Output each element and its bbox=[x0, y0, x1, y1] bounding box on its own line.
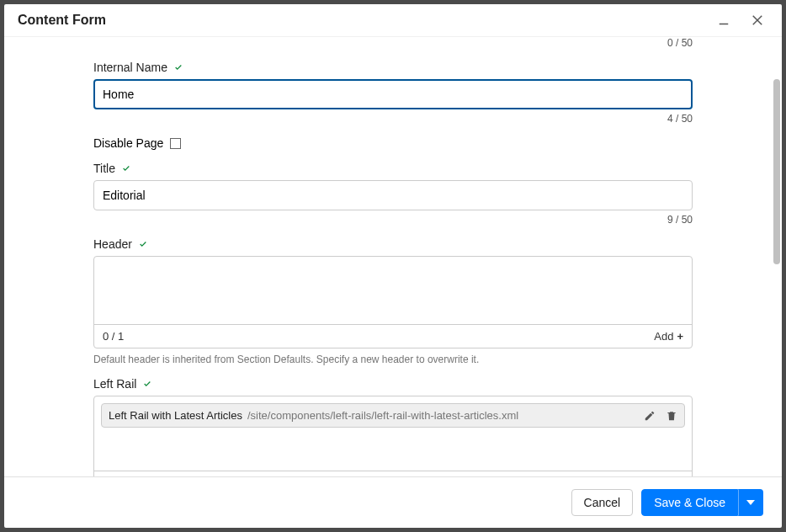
header-footer: 0 / 1 Add + bbox=[94, 324, 692, 348]
save-close-button[interactable]: Save & Close bbox=[641, 489, 738, 516]
internal-name-input[interactable] bbox=[93, 79, 693, 109]
form-panel: 0 / 50 Internal Name 4 / 50 Disable Page… bbox=[72, 37, 714, 476]
internal-name-label-text: Internal Name bbox=[93, 61, 167, 74]
check-icon bbox=[173, 63, 184, 72]
left-rail-label-text: Left Rail bbox=[93, 377, 136, 391]
header-drop-area[interactable] bbox=[94, 257, 692, 324]
scrollbar-thumb[interactable] bbox=[773, 79, 780, 264]
header-add-label: Add bbox=[654, 330, 673, 343]
left-rail-section: Left Rail Left Rail with Latest Articles… bbox=[93, 377, 693, 476]
internal-name-counter: 4 / 50 bbox=[93, 113, 693, 125]
check-icon bbox=[120, 164, 132, 173]
delete-icon[interactable] bbox=[666, 410, 677, 422]
disable-page-checkbox[interactable] bbox=[170, 138, 181, 149]
dialog-footer: Cancel Save & Close bbox=[4, 476, 782, 528]
internal-name-label: Internal Name bbox=[93, 61, 693, 74]
header-dropzone[interactable]: 0 / 1 Add + bbox=[93, 256, 693, 348]
title-label-text: Title bbox=[93, 162, 115, 175]
title-counter: 9 / 50 bbox=[93, 214, 693, 226]
title-label: Title bbox=[93, 162, 693, 175]
left-rail-dropzone[interactable]: Left Rail with Latest Articles /site/com… bbox=[93, 396, 693, 476]
save-button-group: Save & Close bbox=[641, 489, 763, 516]
left-rail-label: Left Rail bbox=[93, 377, 693, 391]
cancel-button[interactable]: Cancel bbox=[571, 489, 634, 516]
left-rail-item-actions bbox=[644, 410, 677, 422]
dialog-header: Content Form bbox=[4, 4, 782, 37]
header-add-button[interactable]: Add + bbox=[654, 330, 683, 343]
plus-icon: + bbox=[677, 330, 683, 343]
internal-name-field: Internal Name 4 / 50 bbox=[93, 61, 693, 125]
title-input[interactable] bbox=[93, 180, 693, 210]
left-rail-item-path: /site/components/left-rails/left-rail-wi… bbox=[247, 409, 518, 422]
header-label-text: Header bbox=[93, 237, 132, 251]
header-section: Header 0 / 1 Add + Default header is inh… bbox=[93, 237, 693, 365]
save-dropdown-button[interactable] bbox=[738, 489, 763, 516]
prev-field-counter: 0 / 50 bbox=[93, 37, 693, 49]
header-counter: 0 / 1 bbox=[103, 330, 124, 343]
header-helper-text: Default header is inherited from Section… bbox=[93, 354, 693, 365]
dialog-body[interactable]: 0 / 50 Internal Name 4 / 50 Disable Page… bbox=[4, 37, 782, 476]
left-rail-drop-area[interactable]: Left Rail with Latest Articles /site/com… bbox=[94, 403, 692, 471]
close-icon[interactable] bbox=[750, 13, 765, 28]
edit-icon[interactable] bbox=[644, 410, 656, 422]
disable-page-label: Disable Page bbox=[93, 136, 163, 150]
caret-down-icon bbox=[746, 500, 755, 505]
minimize-icon[interactable] bbox=[716, 13, 731, 28]
dialog-title: Content Form bbox=[18, 13, 106, 28]
check-icon bbox=[141, 380, 153, 388]
title-field: Title 9 / 50 bbox=[93, 162, 693, 226]
check-icon bbox=[137, 240, 149, 248]
left-rail-footer: 1 / 1 Add + bbox=[94, 471, 692, 476]
left-rail-item[interactable]: Left Rail with Latest Articles /site/com… bbox=[101, 403, 685, 428]
header-label: Header bbox=[93, 237, 693, 251]
content-form-dialog: Content Form 0 / 50 Internal Name 4 / 50 bbox=[4, 4, 782, 528]
disable-page-field: Disable Page bbox=[93, 136, 693, 150]
left-rail-item-name: Left Rail with Latest Articles bbox=[109, 409, 242, 422]
dialog-header-actions bbox=[716, 13, 765, 28]
